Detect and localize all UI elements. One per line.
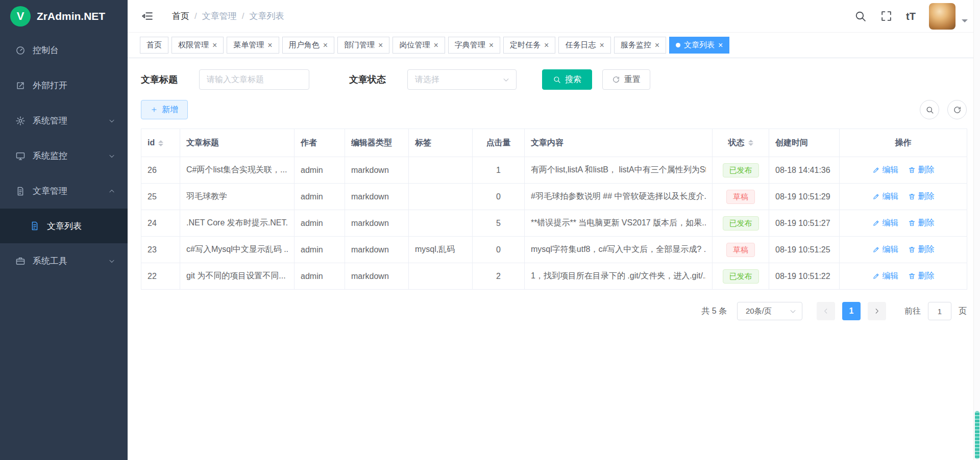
edit-link[interactable]: 编辑: [872, 165, 899, 175]
sidebar-item-article-list[interactable]: 文章列表: [0, 209, 128, 243]
sidebar-item-external-open[interactable]: 外部打开: [0, 68, 128, 103]
tab-dict[interactable]: 字典管理×: [448, 37, 500, 54]
table-row: 26C#两个list集合实现关联，...adminmarkdown1有两个lis…: [141, 157, 967, 184]
cell-clicks: 5: [473, 210, 525, 237]
toolbox-icon: [15, 256, 26, 266]
edit-link[interactable]: 编辑: [872, 271, 899, 282]
add-button[interactable]: 新增: [141, 100, 188, 119]
logo-letter: V: [17, 10, 24, 23]
tab-close-icon[interactable]: ×: [378, 41, 383, 49]
page-size-select[interactable]: 20条/页: [737, 302, 802, 320]
tab-scheduled-task[interactable]: 定时任务×: [503, 37, 555, 54]
tab-service-monitor[interactable]: 服务监控×: [614, 37, 666, 54]
sidebar-item-system-tools[interactable]: 系统工具: [0, 243, 128, 278]
tab-home[interactable]: 首页: [140, 37, 168, 54]
sidebar-item-dashboard[interactable]: 控制台: [0, 33, 128, 68]
tab-department[interactable]: 部门管理×: [337, 37, 389, 54]
monitor-icon: [15, 151, 26, 161]
cell-editor: markdown: [345, 263, 409, 290]
delete-icon: [908, 219, 916, 227]
delete-link[interactable]: 删除: [908, 191, 935, 202]
prev-page-button[interactable]: [817, 302, 835, 320]
cell-tags: [409, 210, 473, 237]
edit-icon: [872, 272, 880, 280]
tab-article-list[interactable]: 文章列表×: [669, 37, 729, 54]
sort-caret-icon[interactable]: [158, 140, 163, 146]
cell-clicks: 1: [473, 157, 525, 184]
sidebar-item-system-manage[interactable]: 系统管理: [0, 103, 128, 138]
tab-label: 部门管理: [344, 40, 375, 50]
next-page-button[interactable]: [868, 302, 886, 320]
column-header-tags: 标签: [409, 129, 473, 157]
select-placeholder: 请选择: [415, 74, 439, 85]
app-logo[interactable]: V ZrAdmin.NET: [0, 0, 128, 33]
delete-icon: [908, 246, 916, 253]
breadcrumb-home[interactable]: 首页: [172, 10, 189, 22]
cell-created: 08-18 14:41:36: [769, 157, 840, 184]
article-status-select[interactable]: 请选择: [407, 69, 517, 90]
articles-table: id文章标题作者编辑器类型标签点击量文章内容状态创建时间操作 26C#两个lis…: [141, 129, 967, 290]
cell-content: mysql字符集utf8，c#写入中文后，全部显示成? ...: [525, 237, 713, 263]
tab-close-icon[interactable]: ×: [489, 41, 494, 49]
tab-task-log[interactable]: 任务日志×: [558, 37, 610, 54]
sidebar-item-article-manage[interactable]: 文章管理: [0, 173, 128, 209]
delete-link[interactable]: 删除: [908, 244, 935, 255]
refresh-table-button[interactable]: [947, 100, 967, 119]
tab-close-icon[interactable]: ×: [323, 41, 328, 49]
tab-close-icon[interactable]: ×: [267, 41, 272, 49]
tab-permission[interactable]: 权限管理×: [172, 37, 224, 54]
edit-link[interactable]: 编辑: [872, 218, 899, 228]
tab-close-icon[interactable]: ×: [212, 41, 217, 49]
tab-post[interactable]: 岗位管理×: [393, 37, 445, 54]
page-number-1[interactable]: 1: [842, 302, 861, 320]
delete-link[interactable]: 删除: [908, 271, 935, 282]
breadcrumb-separator: /: [242, 11, 244, 21]
tab-close-icon[interactable]: ×: [718, 41, 723, 49]
cell-status: 已发布: [713, 263, 769, 290]
page-scrollbar-thumb[interactable]: [975, 411, 979, 459]
sort-caret-icon[interactable]: [748, 140, 753, 146]
user-avatar[interactable]: [929, 3, 955, 30]
goto-page-input[interactable]: [928, 302, 951, 320]
sidebar-item-label: 控制台: [33, 44, 59, 56]
search-button[interactable]: 搜索: [542, 69, 592, 90]
table-toolbar: 新增: [141, 100, 967, 119]
sidebar-menu: 控制台外部打开系统管理系统监控文章管理文章列表系统工具: [0, 33, 128, 278]
tab-menu-manage[interactable]: 菜单管理×: [227, 37, 279, 54]
column-header-author: 作者: [295, 129, 345, 157]
sidebar-collapse-button[interactable]: [141, 10, 154, 22]
cell-actions: 编辑删除: [840, 263, 967, 290]
delete-link[interactable]: 删除: [908, 218, 935, 228]
table-row: 23c#写入Mysql中文显示乱码 ...adminmarkdownmysql,…: [141, 237, 967, 263]
delete-link[interactable]: 删除: [908, 165, 935, 175]
edit-link[interactable]: 编辑: [872, 191, 899, 202]
tab-close-icon[interactable]: ×: [655, 41, 659, 49]
edit-link[interactable]: 编辑: [872, 244, 899, 255]
sidebar-item-system-monitor[interactable]: 系统监控: [0, 138, 128, 173]
cell-content: #羽毛球拍参数说明 ## 中管软硬选择以及长度介...: [525, 184, 713, 210]
breadcrumb: 首页 / 文章管理 / 文章列表: [172, 10, 284, 22]
tab-user-role[interactable]: 用户角色×: [282, 37, 334, 54]
header-search-button[interactable]: [854, 10, 867, 22]
column-header-id[interactable]: id: [141, 129, 180, 157]
page-scrollbar-track[interactable]: [973, 0, 980, 460]
tab-label: 菜单管理: [233, 40, 264, 50]
tab-close-icon[interactable]: ×: [544, 41, 549, 49]
document-icon: [30, 221, 40, 231]
tab-label: 首页: [146, 40, 162, 50]
article-title-input[interactable]: [199, 69, 309, 90]
reset-button[interactable]: 重置: [602, 69, 650, 90]
tab-close-icon[interactable]: ×: [599, 41, 604, 49]
font-size-button[interactable]: tT: [906, 11, 916, 21]
chevron-down-icon: [502, 76, 510, 84]
cell-author: admin: [295, 210, 345, 237]
user-menu-caret-icon[interactable]: [962, 19, 968, 25]
tab-close-icon[interactable]: ×: [433, 41, 438, 49]
toggle-search-button[interactable]: [920, 100, 939, 119]
cell-title: C#两个list集合实现关联，...: [180, 157, 295, 184]
app-title: ZrAdmin.NET: [37, 10, 105, 22]
edit-icon: [872, 246, 880, 253]
column-header-status[interactable]: 状态: [713, 129, 769, 157]
breadcrumb-article-manage[interactable]: 文章管理: [202, 10, 237, 22]
fullscreen-button[interactable]: [880, 10, 893, 22]
